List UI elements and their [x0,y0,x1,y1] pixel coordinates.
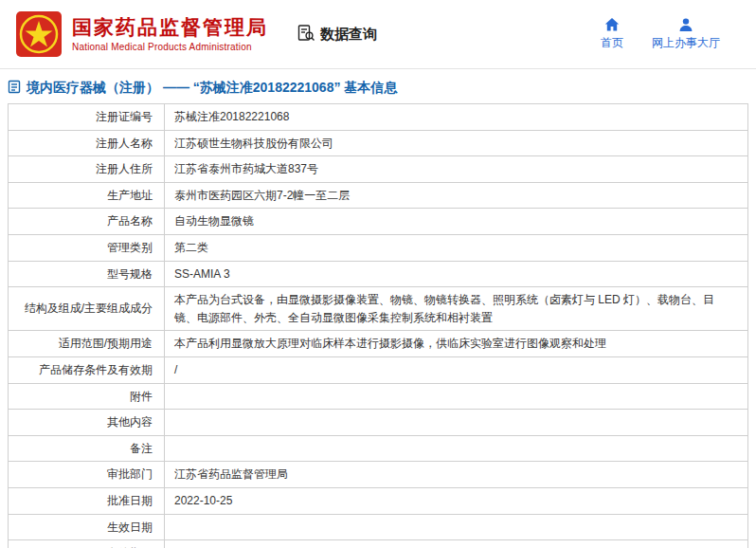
row-label: 注册人名称 [9,130,165,156]
row-label: 附件 [9,383,165,410]
table-row: 备注 [9,435,748,462]
national-emblem-logo [15,10,63,58]
row-label: 型号规格 [9,261,165,287]
table-row: 注册人住所江苏省泰州市药城大道837号 [9,156,748,183]
row-label: 备注 [9,435,165,462]
home-nav[interactable]: 首页 [601,17,623,51]
table-row: 结构及组成/主要组成成分本产品为台式设备，由显微摄影摄像装置、物镜、物镜转换器、… [9,287,748,331]
row-value: 苏械注准20182221068 [165,104,748,131]
table-row: 其他内容 [9,410,748,436]
row-value: 2022-10-25 [165,487,748,514]
registration-info-table: 注册证编号苏械注准20182221068注册人名称江苏硕世生物科技股份有限公司注… [8,103,748,548]
table-row: 产品名称自动生物显微镜 [9,209,748,235]
row-label: 注册人住所 [9,156,165,183]
row-value: 2028-06-11 [165,540,748,548]
table-row: 生产地址泰州市医药园区六期7-2幢一至二层 [9,182,748,209]
table-row: 管理类别第二类 [9,234,748,261]
row-label: 有效期至 [9,540,165,548]
row-value: 本产品为台式设备，由显微摄影摄像装置、物镜、物镜转换器、照明系统（卤素灯与 LE… [165,287,748,331]
data-query-icon [297,24,315,46]
header-right-nav: 首页 网上办事大厅 [601,17,739,51]
table-row: 审批部门江苏省药品监督管理局 [9,462,748,488]
row-label: 其他内容 [9,410,165,436]
agency-title-block: 国家药品监督管理局 National Medical Products Admi… [72,16,268,52]
document-icon [8,80,21,97]
row-value [165,410,748,436]
row-value: 江苏省药品监督管理局 [165,462,748,488]
agency-name-cn: 国家药品监督管理局 [72,16,268,39]
table-row: 注册证编号苏械注准20182221068 [9,104,748,131]
row-label: 适用范围/预期用途 [9,331,165,357]
row-value: 本产品利用显微放大原理对临床样本进行摄影摄像，供临床实验室进行图像观察和处理 [165,331,748,357]
row-label: 产品名称 [9,209,165,235]
info-table-body: 注册证编号苏械注准20182221068注册人名称江苏硕世生物科技股份有限公司注… [9,104,748,548]
row-label: 生效日期 [9,514,165,540]
table-row: 生效日期 [9,514,748,540]
row-value: 第二类 [165,234,748,261]
row-label: 生产地址 [9,182,165,209]
row-value [165,435,748,462]
data-query-label: 数据查询 [320,26,377,44]
data-query-nav[interactable]: 数据查询 [297,24,377,46]
home-icon [604,17,620,32]
row-value: SS-AMIA 3 [165,261,748,287]
table-row: 产品储存条件及有效期/ [9,356,748,383]
row-value [165,514,748,540]
home-label: 首页 [601,35,623,51]
table-row: 附件 [9,383,748,410]
row-label: 管理类别 [9,234,165,261]
row-label: 结构及组成/主要组成成分 [9,287,165,331]
row-label: 注册证编号 [9,104,165,131]
row-label: 产品储存条件及有效期 [9,356,165,383]
table-row: 注册人名称江苏硕世生物科技股份有限公司 [9,130,748,156]
online-hall-nav[interactable]: 网上办事大厅 [652,17,720,51]
row-value: 泰州市医药园区六期7-2幢一至二层 [165,182,748,209]
row-value [165,383,748,410]
page-header: 国家药品监督管理局 National Medical Products Admi… [0,0,756,69]
row-label: 批准日期 [9,487,165,514]
table-row: 批准日期2022-10-25 [9,487,748,514]
agency-name-en: National Medical Products Administration [72,42,268,52]
table-row: 适用范围/预期用途本产品利用显微放大原理对临床样本进行摄影摄像，供临床实验室进行… [9,331,748,357]
row-value: / [165,356,748,383]
table-row: 型号规格SS-AMIA 3 [9,261,748,287]
row-value: 江苏省泰州市药城大道837号 [165,156,748,183]
row-value: 江苏硕世生物科技股份有限公司 [165,130,748,156]
row-label: 审批部门 [9,462,165,488]
row-value: 自动生物显微镜 [165,209,748,235]
table-row: 有效期至2028-06-11 [9,540,748,548]
page-title: 境内医疗器械（注册） —— “苏械注准20182221068” 基本信息 [27,80,397,97]
section-title-bar: 境内医疗器械（注册） —— “苏械注准20182221068” 基本信息 [0,69,756,103]
person-icon [678,17,693,32]
online-hall-label: 网上办事大厅 [652,35,720,51]
